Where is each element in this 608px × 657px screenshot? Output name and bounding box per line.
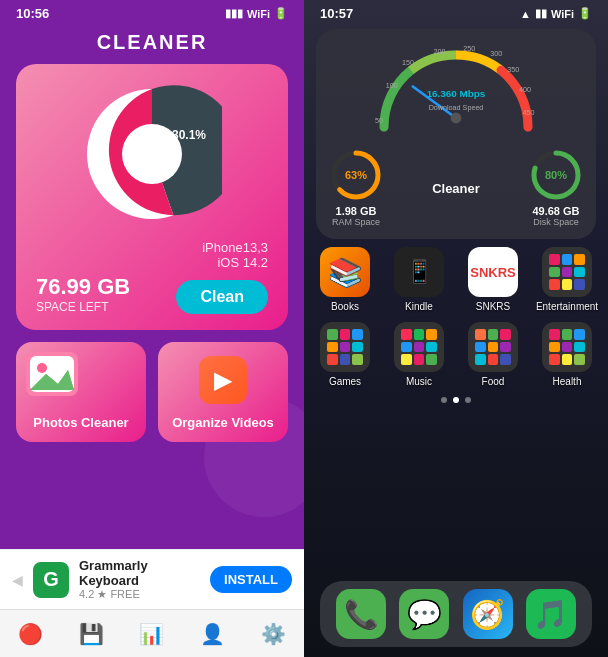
ad-arrow-icon: ◀ (12, 572, 23, 588)
app-food[interactable]: Food (464, 322, 522, 387)
disk-value: 49.68 GB (532, 205, 579, 217)
pie-card: 69.9% 30.1% 76.99 GB SPACE LEFT iPhone13… (16, 64, 288, 330)
app-books[interactable]: 📚 Books (316, 247, 374, 312)
entertainment-folder-icon (542, 247, 592, 297)
page-dots (304, 397, 608, 403)
space-label: SPACE LEFT (36, 300, 130, 314)
ad-text: Grammarly Keyboard 4.2 ★ FREE (79, 558, 200, 601)
games-folder-icon (320, 322, 370, 372)
spotify-dock-icon[interactable]: 🎵 (526, 589, 576, 639)
disk-label: Disk Space (532, 217, 579, 227)
food-label: Food (482, 376, 505, 387)
svg-text:30.1%: 30.1% (172, 128, 206, 142)
app-music[interactable]: Music (390, 322, 448, 387)
disk-text: 49.68 GB Disk Space (532, 205, 579, 227)
nav-cleaner-icon[interactable]: 🔴 (18, 622, 43, 646)
health-folder-icon (542, 322, 592, 372)
app-games[interactable]: Games (316, 322, 374, 387)
status-bar-left: 10:56 ▮▮▮ WiFi 🔋 (0, 0, 304, 25)
disk-gauge: 80% 49.68 GB Disk Space (530, 149, 582, 227)
messages-dock-icon[interactable]: 💬 (399, 589, 449, 639)
ram-percent: 63% (345, 169, 367, 181)
svg-text:50: 50 (375, 116, 383, 125)
battery-right-icon: 🔋 (578, 7, 592, 20)
signal-right-icon: ▮▮ (535, 7, 547, 20)
signal-icon: ▮▮▮ (225, 7, 243, 20)
app-title: CLEANER (0, 25, 304, 64)
organize-videos-label: Organize Videos (172, 415, 274, 430)
action-cards: Photos Cleaner ▶ Organize Videos (16, 342, 288, 442)
ad-banner: ◀ G Grammarly Keyboard 4.2 ★ FREE INSTAL… (0, 549, 304, 609)
svg-text:350: 350 (507, 65, 519, 74)
location-icon: ▲ (520, 8, 531, 20)
games-label: Games (329, 376, 361, 387)
kindle-label: Kindle (405, 301, 433, 312)
svg-text:400: 400 (519, 85, 531, 94)
music-folder-icon (394, 322, 444, 372)
phone-dock-icon[interactable]: 📞 (336, 589, 386, 639)
pie-chart: 69.9% 30.1% (82, 84, 222, 224)
photos-cleaner-card[interactable]: Photos Cleaner (16, 342, 146, 442)
svg-text:250: 250 (463, 44, 475, 53)
device-model: iPhone13,3 (202, 240, 268, 255)
widget-cleaner-label: Cleaner (432, 181, 480, 196)
speedometer-row: 50 100 150 200 250 300 350 400 450 16.36… (330, 41, 582, 141)
nav-contacts-icon[interactable]: 👤 (200, 622, 225, 646)
nav-settings-icon[interactable]: ⚙️ (261, 622, 286, 646)
battery-icon: 🔋 (274, 7, 288, 20)
app-health[interactable]: Health (538, 322, 596, 387)
app-row-1: 📚 Books 📱 Kindle SNKRS SNKRS (316, 247, 596, 312)
status-icons-left: ▮▮▮ WiFi 🔋 (225, 7, 288, 20)
ram-circle: 63% (330, 149, 382, 201)
space-gb: 76.99 GB (36, 274, 130, 300)
app-grid: 📚 Books 📱 Kindle SNKRS SNKRS (304, 247, 608, 387)
disk-circle: 80% (530, 149, 582, 201)
ram-text: 1.98 GB RAM Space (332, 205, 380, 227)
gauge-row: 63% 1.98 GB RAM Space Cleaner 80% (330, 149, 582, 227)
nav-cpu-icon[interactable]: 💾 (79, 622, 104, 646)
app-kindle[interactable]: 📱 Kindle (390, 247, 448, 312)
nav-speed-icon[interactable]: 📊 (139, 622, 164, 646)
food-folder-icon (468, 322, 518, 372)
time-left: 10:56 (16, 6, 49, 21)
dot-3 (465, 397, 471, 403)
kindle-icon: 📱 (394, 247, 444, 297)
ram-value: 1.98 GB (332, 205, 380, 217)
status-icons-right: ▲ ▮▮ WiFi 🔋 (520, 7, 592, 20)
device-ios: iOS 14.2 (202, 255, 268, 270)
dot-2 (453, 397, 459, 403)
snkrs-label: SNKRS (476, 301, 510, 312)
music-label: Music (406, 376, 432, 387)
photos-cleaner-label: Photos Cleaner (33, 415, 128, 430)
clean-button[interactable]: Clean (176, 280, 268, 314)
safari-dock-icon[interactable]: 🧭 (463, 589, 513, 639)
bottom-nav: 🔴 💾 📊 👤 ⚙️ (0, 609, 304, 657)
space-left: 76.99 GB SPACE LEFT (36, 274, 130, 314)
cleaner-widget: 50 100 150 200 250 300 350 400 450 16.36… (316, 29, 596, 239)
svg-point-6 (37, 363, 47, 373)
health-label: Health (553, 376, 582, 387)
entertainment-label: Entertainment (536, 301, 598, 312)
svg-text:300: 300 (490, 49, 502, 58)
svg-text:150: 150 (402, 58, 414, 67)
app-snkrs[interactable]: SNKRS SNKRS (464, 247, 522, 312)
status-bar-right: 10:57 ▲ ▮▮ WiFi 🔋 (304, 0, 608, 25)
wifi-right-icon: WiFi (551, 8, 574, 20)
ram-gauge: 63% 1.98 GB RAM Space (330, 149, 382, 227)
ad-app-name: Grammarly Keyboard (79, 558, 200, 588)
wifi-icon: WiFi (247, 8, 270, 20)
svg-text:69.9%: 69.9% (134, 150, 171, 165)
svg-text:200: 200 (434, 47, 446, 56)
device-info: iPhone13,3 iOS 14.2 (202, 240, 268, 270)
disk-percent: 80% (545, 169, 567, 181)
install-button[interactable]: INSTALL (210, 566, 292, 593)
pie-info: 76.99 GB SPACE LEFT iPhone13,3 iOS 14.2 … (36, 240, 268, 314)
svg-text:450: 450 (523, 108, 535, 117)
app-entertainment[interactable]: Entertainment (538, 247, 596, 312)
svg-text:100: 100 (386, 81, 398, 90)
grammarly-icon: G (33, 562, 69, 598)
video-icon: ▶ (199, 356, 247, 404)
ram-label: RAM Space (332, 217, 380, 227)
dock: 📞 💬 🧭 🎵 (320, 581, 592, 647)
organize-videos-card[interactable]: ▶ Organize Videos (158, 342, 288, 442)
